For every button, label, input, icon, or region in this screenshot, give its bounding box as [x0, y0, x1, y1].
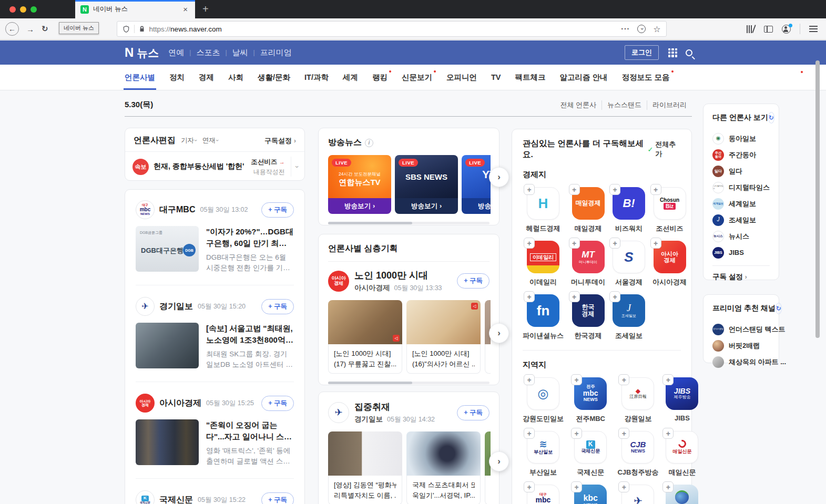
press-logo-icon[interactable]: 디지털타임스 — [712, 182, 724, 193]
add-press-button[interactable]: + — [650, 184, 661, 195]
library-icon[interactable] — [747, 25, 755, 33]
date-link-0[interactable]: 전체 언론사 — [555, 100, 601, 110]
press-tile[interactable]: +B! — [613, 187, 645, 220]
press-list-item[interactable]: 언더스탠딩언더스탠딩 텍스트 — [712, 321, 770, 337]
broadcast-card-1[interactable]: LIVESBS NEWS방송보기› — [395, 155, 458, 214]
breaking-press-name[interactable]: 조선비즈 → — [251, 158, 284, 166]
press-logo-kyeonggi-ilbo[interactable]: ✈ — [328, 402, 349, 423]
article-title[interactable]: "이자가 20%?"…DGB대구은행, 60일 만기 최고 연 20% ... — [206, 226, 294, 249]
press-name[interactable]: 국제신문 — [159, 495, 193, 504]
press-name[interactable]: 아시아경제 — [159, 398, 201, 409]
browser-tab[interactable]: N 네이버 뉴스 × — [75, 0, 195, 18]
account-icon[interactable] — [782, 25, 791, 34]
add-press-button[interactable]: + — [662, 374, 674, 385]
article-title[interactable]: "존윅이 오징어 굽는다"...자고 일어나니 스타된 독일 남성 — [206, 419, 294, 443]
add-press-button[interactable]: + — [609, 238, 620, 249]
add-press-button[interactable]: + — [524, 184, 535, 195]
add-all-button[interactable]: ✓전체추가 — [647, 140, 681, 159]
press-tile[interactable]: +H — [527, 187, 559, 220]
add-press-button[interactable]: + — [618, 374, 629, 385]
subscribe-button[interactable]: + 구독 — [457, 405, 490, 420]
press-tile[interactable]: +S — [613, 241, 645, 273]
article-thumbnail[interactable]: ◁ — [406, 300, 481, 344]
category-tab-3[interactable]: 사회 — [228, 65, 243, 90]
category-tab-5[interactable]: IT/과학 — [304, 65, 329, 90]
breaking-expand-button[interactable]: › — [291, 157, 298, 177]
lock-icon[interactable] — [139, 25, 145, 33]
press-logo-icon[interactable]: 일다 — [712, 166, 724, 177]
add-press-button[interactable]: + — [609, 184, 620, 195]
info-icon[interactable]: i — [365, 139, 373, 147]
press-list-item[interactable]: 세계일보세계일보 — [712, 196, 770, 212]
press-tile[interactable]: +아시아경제 — [654, 241, 686, 273]
hamburger-menu-icon[interactable] — [809, 26, 818, 27]
breaking-title[interactable]: 헌재, 종합부동산세법 '합헌' 결정 — [154, 162, 246, 171]
press-logo-icon[interactable]: ✈ — [328, 402, 349, 423]
article-caption[interactable]: 국제 스포츠대회서 또 '욱일기'...서경덕, IP... — [406, 476, 481, 504]
press-list-item[interactable]: JIBSJIBS — [712, 244, 770, 261]
add-press-button[interactable]: + — [571, 428, 582, 439]
feed-article[interactable]: DGB금융그룹DGB대구은행DGB"이자가 20%?"…DGB대구은행, 60일… — [136, 226, 294, 273]
article-thumbnail[interactable] — [485, 431, 491, 476]
press-logo-icon[interactable]: 아시아경제 — [328, 271, 349, 292]
press-list-item[interactable]: 디지털타임스디지털타임스 — [712, 179, 770, 196]
series-article-item[interactable]: ◁[노인 1000만 시대](17) 무릎꿇고 진찰... — [328, 300, 402, 374]
press-list-item[interactable]: ◉동아일보 — [712, 130, 770, 147]
broadcast-scrollbar-thumb[interactable] — [328, 222, 412, 224]
date-link-2[interactable]: 라이브러리 — [647, 100, 692, 110]
category-tab-0[interactable]: 언론사별 — [125, 65, 155, 90]
add-press-button[interactable]: + — [569, 238, 580, 249]
add-press-button[interactable]: + — [618, 428, 629, 439]
sidebar-toggle-icon[interactable] — [764, 26, 773, 33]
press-tile[interactable]: +대구mbcNEWS — [527, 485, 559, 504]
page-actions-icon[interactable]: ··· — [621, 25, 630, 33]
press-tile[interactable]: +◎ — [527, 377, 559, 410]
deep-dive-scrollbar-thumb[interactable] — [328, 382, 412, 384]
add-press-button[interactable]: + — [618, 481, 629, 492]
article-caption[interactable]: 푸드트도로공 — [485, 476, 491, 504]
add-press-button[interactable]: + — [571, 481, 582, 492]
refresh-icon[interactable]: ↻ — [776, 303, 782, 314]
add-press-button[interactable]: + — [524, 428, 535, 439]
category-tab-1[interactable]: 정치 — [169, 65, 185, 90]
add-press-button[interactable]: + — [569, 291, 580, 302]
naver-news-logo[interactable]: N 뉴스 — [125, 45, 159, 60]
back-button[interactable]: ← — [5, 22, 19, 36]
broadcast-card-0[interactable]: LIVE24시간 보도전문채널연합뉴스TV방송보기› — [328, 155, 391, 214]
url-text[interactable]: https://news.naver.com — [149, 25, 617, 33]
press-tile[interactable]: +매일경제 — [572, 187, 605, 220]
deep-dive-next-button[interactable]: › — [489, 323, 509, 343]
press-list-item[interactable]: 뉴시스뉴시스 — [712, 228, 770, 244]
subscribe-button[interactable]: + 구독 — [261, 202, 294, 218]
category-tab-7[interactable]: 랭킹 — [372, 65, 387, 90]
watch-broadcast-button[interactable]: 방송보기› — [462, 198, 491, 214]
press-tile[interactable]: +MT머니투데이 — [572, 241, 605, 273]
add-press-button[interactable]: + — [524, 291, 535, 302]
article-thumbnail[interactable] — [406, 431, 481, 476]
article-caption[interactable]: [노인 1000만 시대](17) 무릎꿇고 진찰... — [328, 344, 402, 374]
header-link-2[interactable]: 날씨 — [232, 48, 248, 58]
press-tile[interactable]: +fn — [527, 294, 559, 327]
subscription-settings-link[interactable]: 구독설정 › — [264, 136, 296, 146]
press-list-item[interactable]: 일다일다 — [712, 163, 770, 179]
article-title[interactable]: [속보] 서울고법 "최태원, 노소영에 1조3천800억원 재산분할" — [206, 323, 294, 346]
press-tile[interactable]: +이데일리 — [527, 241, 559, 273]
category-tab-9[interactable]: 오피니언 — [446, 65, 477, 90]
series-article-item[interactable]: [영상] 김동연 “평화누리특별자치도 이름, ... — [328, 431, 402, 504]
add-press-button[interactable]: + — [662, 481, 674, 492]
add-press-button[interactable]: + — [571, 374, 582, 385]
press-tile[interactable]: +JIBS제주방송 — [666, 377, 698, 410]
press-logo-icon[interactable] — [712, 356, 724, 368]
header-link-0[interactable]: 연예 — [168, 48, 184, 58]
press-tile[interactable]: +✈ — [621, 485, 654, 504]
search-icon[interactable] — [686, 49, 692, 56]
press-logo-icon[interactable]: 언더스탠딩 — [712, 324, 724, 335]
filter-series[interactable]: 연재› — [202, 136, 219, 145]
press-list-item[interactable]: 주간동아주간동아 — [712, 147, 770, 163]
category-tab-6[interactable]: 세계 — [343, 65, 358, 90]
article-caption[interactable]: [영상] 김동연 “평화누리특별자치도 이름, ... — [328, 476, 402, 504]
press-tile[interactable]: +CJBNEWS — [621, 431, 654, 464]
focus-press-name[interactable]: 경기일보 — [354, 415, 383, 424]
press-tile[interactable]: +ChosunBiz — [654, 187, 686, 220]
press-logo-icon[interactable]: 대구mbcNEWS — [136, 200, 155, 219]
